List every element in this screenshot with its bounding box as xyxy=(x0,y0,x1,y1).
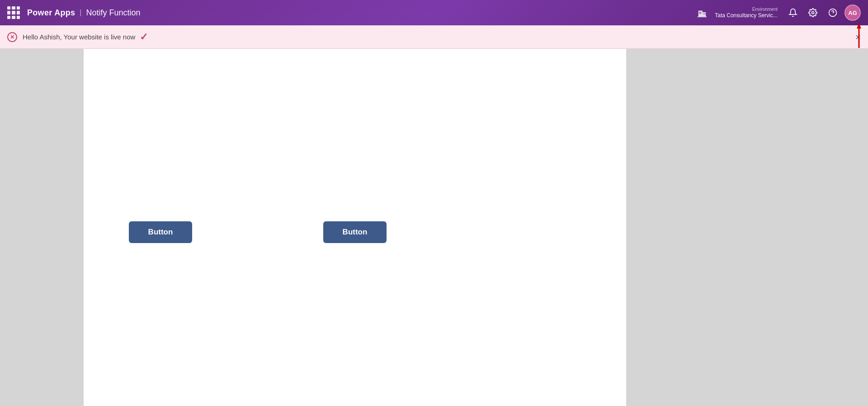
svg-rect-3 xyxy=(699,12,700,13)
settings-button[interactable] xyxy=(805,5,821,21)
button-2[interactable]: Button xyxy=(323,221,387,243)
canvas-buttons-container: Button Button xyxy=(129,221,387,243)
svg-point-9 xyxy=(812,12,814,14)
button-1[interactable]: Button xyxy=(129,221,192,243)
environment-name: Tata Consultancy Servic... xyxy=(715,12,778,19)
title-separator: | xyxy=(80,9,81,17)
notification-banner: ✕ Hello Ashish, Your website is live now… xyxy=(0,25,868,49)
notification-checkmark: ✓ xyxy=(140,31,148,43)
svg-rect-2 xyxy=(698,16,707,17)
environment-icon[interactable] xyxy=(695,5,709,20)
environment-label: Environment xyxy=(752,7,778,12)
user-avatar[interactable]: AG xyxy=(844,5,861,21)
canvas-area: Button Button xyxy=(84,49,626,406)
svg-rect-4 xyxy=(701,12,702,13)
environment-info: Environment Tata Consultancy Servic... xyxy=(715,7,778,19)
svg-rect-8 xyxy=(705,14,706,14)
right-sidebar xyxy=(626,49,868,406)
top-navigation: Power Apps | Notify Function Environment… xyxy=(0,0,868,25)
nav-right-section: Environment Tata Consultancy Servic... A… xyxy=(695,5,861,21)
notification-close-circle[interactable]: ✕ xyxy=(7,32,17,42)
svg-rect-0 xyxy=(698,10,703,16)
left-sidebar xyxy=(0,49,84,406)
help-button[interactable] xyxy=(825,5,841,21)
main-area: Button Button xyxy=(0,49,868,406)
notification-message: Hello Ashish, Your website is live now xyxy=(23,33,135,41)
notification-dismiss-button[interactable]: × xyxy=(855,33,861,42)
svg-rect-7 xyxy=(703,14,704,14)
notifications-button[interactable] xyxy=(785,5,801,21)
app-name: Power Apps xyxy=(27,8,75,18)
svg-rect-6 xyxy=(701,13,702,14)
page-title: Notify Function xyxy=(86,8,141,18)
apps-grid-icon[interactable] xyxy=(7,6,20,19)
svg-rect-5 xyxy=(699,13,700,14)
